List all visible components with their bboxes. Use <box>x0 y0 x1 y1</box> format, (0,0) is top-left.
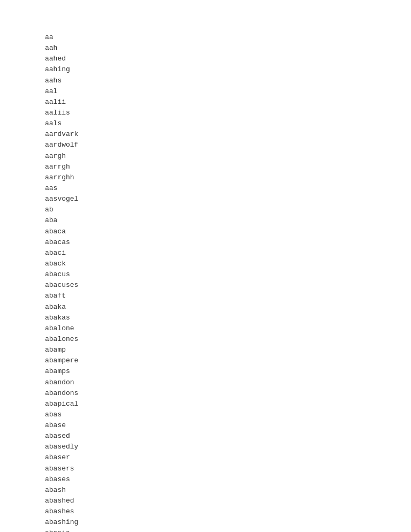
list-item: abashing <box>45 517 366 528</box>
list-item: ab <box>45 204 366 215</box>
list-item: abacuses <box>45 280 366 291</box>
list-item: abaca <box>45 226 366 237</box>
list-item: abas <box>45 409 366 420</box>
list-item: abaci <box>45 248 366 259</box>
list-item: abalone <box>45 323 366 334</box>
list-item: abandon <box>45 377 366 388</box>
list-item: aah <box>45 43 366 54</box>
list-item: abasia <box>45 528 366 532</box>
list-item: abaft <box>45 291 366 301</box>
list-item: abashed <box>45 496 366 506</box>
list-item: aal <box>45 86 366 97</box>
list-item: abases <box>45 474 366 485</box>
list-item: aarrghh <box>45 172 366 183</box>
list-item: abacus <box>45 269 366 280</box>
list-item: aahing <box>45 64 366 75</box>
list-item: aardvark <box>45 129 366 140</box>
list-item: abasers <box>45 463 366 474</box>
list-item: abacas <box>45 237 366 248</box>
list-item: aback <box>45 259 366 269</box>
list-item: aba <box>45 215 366 226</box>
list-item: abamp <box>45 345 366 355</box>
list-item: aa <box>45 32 366 43</box>
list-item: abapical <box>45 399 366 409</box>
list-item: abaser <box>45 452 366 463</box>
list-item: aardwolf <box>45 140 366 150</box>
list-item: abash <box>45 485 366 496</box>
list-item: aalii <box>45 97 366 108</box>
word-list: aaaahaahedaahingaahsaalaaliiaaliisaalsaa… <box>45 32 366 532</box>
list-item: abampere <box>45 355 366 366</box>
list-item: aahs <box>45 75 366 86</box>
list-item: aargh <box>45 151 366 162</box>
list-item: abasedly <box>45 442 366 452</box>
list-item: aarrgh <box>45 162 366 172</box>
list-item: aaliis <box>45 108 366 118</box>
list-item: aas <box>45 183 366 194</box>
list-item: abased <box>45 431 366 442</box>
list-item: aasvogel <box>45 194 366 204</box>
list-item: aals <box>45 118 366 129</box>
list-item: abaka <box>45 302 366 313</box>
list-item: abandons <box>45 388 366 399</box>
list-item: abakas <box>45 313 366 323</box>
list-item: abalones <box>45 334 366 345</box>
list-item: abamps <box>45 366 366 377</box>
list-item: abashes <box>45 506 366 517</box>
list-item: aahed <box>45 54 366 64</box>
list-item: abase <box>45 420 366 431</box>
